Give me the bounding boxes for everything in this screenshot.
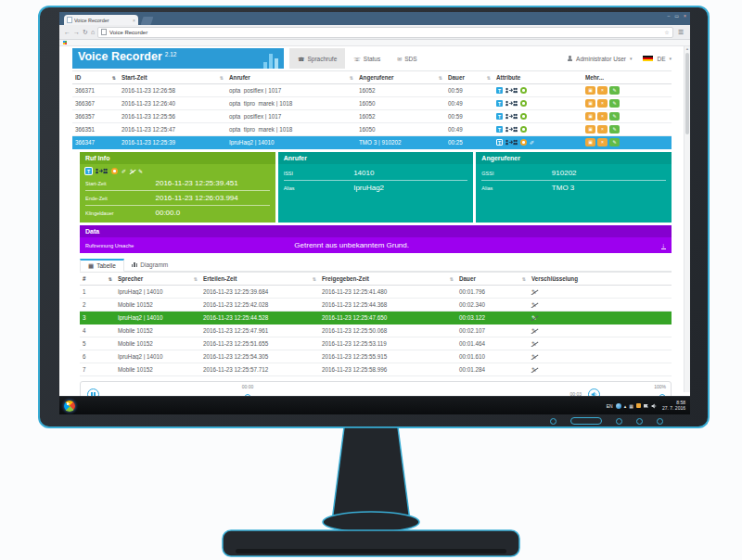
talkspurt-row[interactable]: 3IpruHag2 | 140102016-11-23 12:25:44.528…: [80, 312, 672, 325]
edit-button[interactable]: ✎: [609, 125, 620, 134]
call-attributes-cell: T: [493, 126, 582, 133]
call-row[interactable]: 3663512016-11-23 12:25:47opta_tipro_mare…: [72, 123, 672, 136]
call-row[interactable]: 3663672016-11-23 12:26:40opta_tipro_mare…: [72, 97, 672, 110]
tray-expand-icon[interactable]: [624, 403, 627, 409]
browser-menu-icon[interactable]: [676, 29, 685, 36]
column-header[interactable]: Attribute: [493, 74, 582, 81]
talkspurt-row[interactable]: 1IpruHag2 | 140102016-11-23 12:25:39.684…: [80, 286, 672, 299]
nav-item-sprachrufe[interactable]: ☎Sprachrufe: [289, 48, 345, 69]
bookmark-favicon[interactable]: [63, 41, 67, 45]
nav-item-sds[interactable]: ✉SDS: [389, 48, 425, 69]
call-start-cell: 2016-11-23 12:25:39: [119, 139, 226, 146]
edit-button[interactable]: ✎: [609, 138, 620, 146]
download-icon[interactable]: [661, 242, 667, 249]
call-callee-cell: 16050: [356, 100, 445, 107]
chevron-down-icon: [630, 56, 633, 61]
column-header[interactable]: Dauer⇅: [456, 275, 529, 282]
bookmark-star-icon[interactable]: [664, 29, 669, 35]
language-menu[interactable]: DE: [657, 56, 665, 62]
column-header[interactable]: Anrufer⇅: [226, 74, 356, 81]
details-button[interactable]: ▣: [585, 112, 595, 121]
tray-grid-icon[interactable]: [629, 403, 633, 409]
taskbar-clock[interactable]: 8:58 27. 7. 2016: [662, 401, 685, 412]
close-icon[interactable]: ×: [684, 14, 686, 19]
details-button[interactable]: ▣: [585, 138, 595, 146]
sort-icon[interactable]: ⇅: [220, 75, 224, 81]
column-header[interactable]: Mehr...: [582, 74, 672, 81]
scrollbar-thumb[interactable]: [685, 53, 689, 134]
keyboard-language[interactable]: EN: [607, 403, 613, 409]
minimize-icon[interactable]: –: [668, 14, 671, 19]
forward-icon[interactable]: [73, 29, 80, 35]
talkspurt-row[interactable]: 4Mobile 101522016-11-23 12:25:47.9612016…: [80, 325, 672, 337]
talkspurt-row[interactable]: 7Mobile 101522016-11-23 12:25:57.7122016…: [80, 363, 672, 376]
sort-icon[interactable]: ⇅: [522, 276, 526, 282]
delete-button[interactable]: ×: [597, 112, 608, 121]
tab-close-icon[interactable]: [133, 18, 135, 23]
call-caller-cell: opta_posiflex | 1017: [226, 113, 356, 120]
sort-icon[interactable]: ⇅: [350, 75, 353, 81]
edit-button[interactable]: ✎: [609, 86, 620, 95]
call-duration-cell: 00:59: [445, 87, 493, 94]
sort-icon[interactable]: ⇅: [439, 75, 442, 81]
call-actions-cell: ▣×✎: [582, 112, 672, 121]
spurt-encryption-cell: ✎: [529, 327, 672, 335]
column-header[interactable]: #⇅: [80, 275, 115, 282]
edit-button[interactable]: ✎: [609, 99, 620, 108]
column-header[interactable]: Erteilen-Zeit⇅: [200, 275, 319, 282]
nav-item-status[interactable]: ☏Status: [345, 48, 389, 69]
spurt-granted-cell: 2016-11-23 12:25:51.655: [200, 340, 319, 347]
sort-icon[interactable]: ⇅: [194, 276, 198, 282]
sort-icon[interactable]: ⇅: [112, 75, 116, 81]
column-header[interactable]: Dauer⇅: [445, 74, 493, 81]
tab-label: Tabelle: [96, 262, 116, 269]
details-button[interactable]: ▣: [585, 99, 595, 108]
address-bar[interactable]: Voice Recorder: [97, 27, 673, 38]
column-header[interactable]: Verschlüsselung: [529, 275, 672, 282]
call-caller-cell: opta_posiflex | 1017: [226, 87, 356, 94]
call-row[interactable]: 3663572016-11-23 12:25:56opta_posiflex |…: [72, 110, 672, 123]
delete-button[interactable]: ×: [597, 99, 608, 108]
page-scrollbar[interactable]: ▲: [684, 46, 690, 392]
talkspurt-table: #⇅Sprecher⇅Erteilen-Zeit⇅Freigegeben-Zei…: [80, 272, 672, 376]
sort-icon[interactable]: ⇅: [450, 276, 454, 282]
column-header[interactable]: Angerufener⇅: [356, 74, 445, 81]
user-menu[interactable]: Administrator User: [576, 56, 626, 62]
call-row[interactable]: 3663472016-11-23 12:25:39IpruHag2 | 1401…: [72, 136, 672, 149]
home-icon[interactable]: [91, 29, 95, 35]
details-button[interactable]: ▣: [585, 125, 595, 134]
spurt-number-cell: 3: [80, 314, 115, 321]
spurt-speaker-cell: Mobile 10152: [115, 327, 200, 334]
sort-icon[interactable]: ⇅: [109, 276, 112, 282]
os-taskbar: EN 8:58 27. 7. 2016: [59, 396, 690, 414]
new-tab-button[interactable]: [141, 17, 154, 25]
scroll-up-icon[interactable]: ▲: [684, 46, 690, 52]
talkspurt-row[interactable]: 5Mobile 101522016-11-23 12:25:51.6552016…: [80, 337, 672, 350]
sort-icon[interactable]: ⇅: [487, 75, 491, 81]
start-button[interactable]: [64, 401, 75, 412]
delete-button[interactable]: ×: [597, 138, 608, 146]
details-button[interactable]: ▣: [585, 86, 595, 95]
column-header[interactable]: Sprecher⇅: [115, 275, 200, 282]
tray-volume-icon[interactable]: [651, 403, 657, 409]
tab-diagramm[interactable]: Diagramm: [124, 258, 175, 271]
edit-button[interactable]: ✎: [609, 112, 620, 121]
browser-tab[interactable]: Voice Recorder: [64, 15, 138, 25]
sort-icon[interactable]: ⇅: [313, 276, 316, 282]
back-icon[interactable]: [64, 29, 70, 35]
talkspurt-row[interactable]: 2Mobile 101522016-11-23 12:25:42.0282016…: [80, 299, 672, 312]
tray-security-icon[interactable]: [636, 403, 641, 408]
tray-app-icon[interactable]: [616, 403, 621, 409]
call-row[interactable]: 3663712016-11-23 12:26:58opta_posiflex |…: [72, 84, 672, 97]
delete-button[interactable]: ×: [597, 125, 608, 134]
user-icon: [567, 56, 572, 61]
column-header[interactable]: Freigegeben-Zeit⇅: [319, 275, 456, 282]
reload-icon[interactable]: [83, 29, 88, 35]
tab-tabelle[interactable]: Tabelle: [80, 259, 124, 272]
maximize-icon[interactable]: ▭: [674, 14, 679, 19]
talkspurt-row[interactable]: 6IpruHag2 | 140102016-11-23 12:25:54.305…: [80, 350, 672, 363]
column-header[interactable]: ID⇅: [72, 74, 119, 81]
action-center-flag-icon[interactable]: [644, 404, 648, 408]
column-header[interactable]: Start-Zeit⇅: [119, 74, 226, 81]
delete-button[interactable]: ×: [597, 86, 608, 95]
